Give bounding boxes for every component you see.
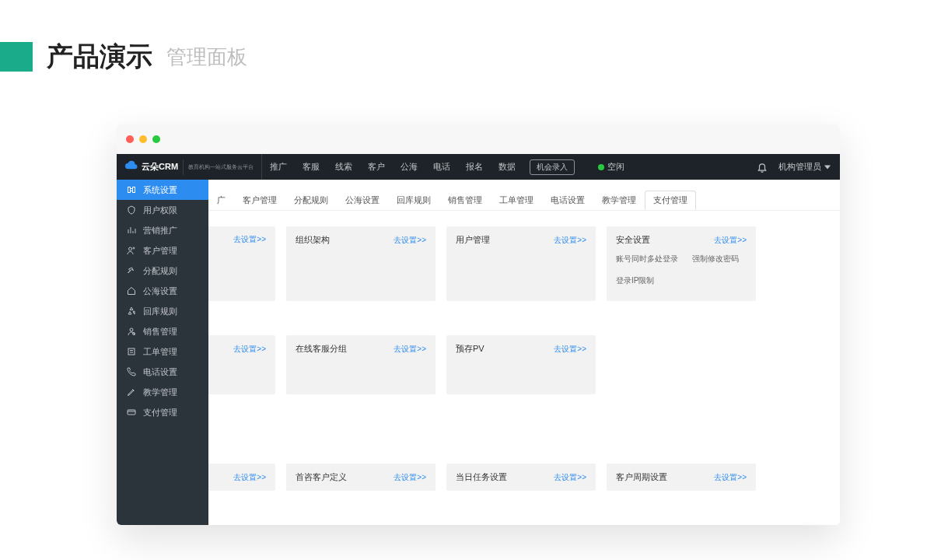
user-menu[interactable]: 机构管理员	[778, 161, 831, 173]
topnav-item[interactable]: 客服	[295, 154, 327, 180]
sidebar-item-payment-management[interactable]: 支付管理	[117, 402, 208, 422]
svg-rect-1	[133, 187, 135, 193]
sidebar-item-system-settings[interactable]: 系统设置	[117, 180, 208, 200]
tab-item[interactable]: 分配规则	[285, 191, 337, 210]
go-settings-link[interactable]: 去设置>>	[233, 344, 266, 355]
topnav-item[interactable]: 公海	[393, 154, 425, 180]
chevron-down-icon	[824, 163, 831, 172]
go-settings-link[interactable]: 去设置>>	[394, 472, 426, 483]
topnav-item[interactable]: 线索	[327, 154, 360, 180]
tab-item[interactable]: 工单管理	[491, 191, 542, 210]
logo[interactable]: 云朵CRM 教育机构一站式服务云平台	[117, 154, 262, 180]
sidebar-item-marketing[interactable]: 营销推广	[117, 220, 208, 240]
notification-icon[interactable]	[757, 162, 768, 173]
go-settings-link[interactable]: 去设置>>	[394, 344, 426, 355]
setting-card-org-structure: 组织架构 去设置>>	[286, 226, 436, 301]
logo-tagline: 教育机构一站式服务云平台	[188, 163, 254, 171]
topnav-item[interactable]: 客户	[360, 154, 393, 180]
setting-card-customer-cycle: 客户周期设置 去设置>>	[607, 464, 756, 491]
go-settings-link[interactable]: 去设置>>	[554, 235, 586, 246]
card-title: 在线客服分组	[296, 343, 347, 355]
card-sub-item[interactable]: 登录IP限制	[616, 275, 654, 286]
setting-card: 去设置>>	[208, 226, 275, 301]
go-settings-link[interactable]: 去设置>>	[233, 472, 266, 483]
sidebar-item-label: 回库规则	[143, 306, 177, 317]
settings-icon	[126, 184, 137, 195]
topnav-item[interactable]: 报名	[458, 154, 491, 180]
chart-icon	[126, 225, 137, 236]
sidebar-item-label: 系统设置	[143, 184, 177, 196]
svg-rect-15	[128, 410, 135, 415]
sidebar-item-customer-management[interactable]: 客户管理	[117, 240, 208, 261]
svg-point-10	[130, 328, 133, 331]
phone-icon	[126, 366, 137, 377]
svg-point-9	[133, 247, 135, 249]
shield-icon	[126, 205, 137, 215]
card-title: 预存PV	[456, 343, 484, 355]
go-settings-link[interactable]: 去设置>>	[714, 235, 747, 246]
recycle-icon	[126, 306, 137, 317]
go-settings-link[interactable]: 去设置>>	[554, 344, 586, 355]
flow-icon	[126, 265, 137, 276]
home-icon	[126, 285, 137, 296]
sidebar-item-label: 用户权限	[143, 205, 177, 216]
logo-brand: 云朵CRM	[142, 162, 178, 171]
svg-point-11	[133, 333, 135, 335]
sidebar-item-phone-settings[interactable]: 电话设置	[117, 362, 208, 382]
topnav-item[interactable]: 数据	[491, 154, 523, 180]
sidebar-item-label: 客户管理	[143, 245, 177, 257]
status-dot-icon	[598, 164, 604, 170]
sidebar-item-label: 销售管理	[143, 326, 177, 338]
tab-item[interactable]: 教学管理	[593, 191, 645, 210]
card-title: 首咨客户定义	[296, 471, 347, 483]
tab-item[interactable]: 销售管理	[439, 191, 491, 210]
sidebar-item-ticket-management[interactable]: 工单管理	[117, 341, 208, 362]
setting-card-online-cs-group: 在线客服分组 去设置>>	[286, 335, 436, 394]
sales-icon	[126, 326, 137, 337]
close-icon[interactable]	[126, 135, 134, 143]
topnav-item[interactable]: 推广	[262, 154, 295, 180]
setting-card-prestored-pv: 预存PV 去设置>>	[446, 335, 596, 394]
user-label-text: 机构管理员	[778, 161, 821, 173]
status-indicator[interactable]: 空闲	[598, 161, 624, 173]
logo-icon	[124, 160, 138, 174]
tab-item[interactable]: 客户管理	[234, 191, 285, 210]
go-settings-link[interactable]: 去设置>>	[714, 472, 747, 483]
tab-item[interactable]: 支付管理	[645, 191, 696, 210]
sidebar-item-teaching-management[interactable]: 教学管理	[117, 382, 208, 402]
go-settings-link[interactable]: 去设置>>	[233, 234, 266, 245]
tab-item[interactable]: 公海设置	[337, 191, 388, 210]
status-text: 空闲	[607, 161, 624, 173]
topnav-item[interactable]: 电话	[425, 154, 458, 180]
setting-card: 置 去设置>>	[208, 335, 275, 394]
section-tabs: 广 客户管理 分配规则 公海设置 回库规则 销售管理 工单管理 电话设置 教学管…	[208, 180, 840, 211]
people-icon	[126, 245, 137, 256]
sidebar-item-label: 分配规则	[143, 265, 177, 277]
opportunity-entry-button[interactable]: 机会录入	[530, 159, 575, 175]
sidebar-item-allocation-rules[interactable]: 分配规则	[117, 261, 208, 281]
tab-item[interactable]: 广	[216, 191, 234, 210]
edit-icon	[126, 387, 137, 397]
minimize-icon[interactable]	[139, 135, 147, 143]
page-header: 产品演示 管理面板	[0, 0, 941, 98]
sidebar-item-public-pool[interactable]: 公海设置	[117, 281, 208, 301]
card-row: 去设置>> 组织架构 去设置>> 用户管理 去设置>>	[216, 226, 832, 301]
header-accent	[0, 42, 33, 72]
go-settings-link[interactable]: 去设置>>	[394, 235, 426, 246]
card-sub-item[interactable]: 强制修改密码	[692, 254, 739, 264]
tab-item[interactable]: 电话设置	[542, 191, 593, 210]
app-window: 云朵CRM 教育机构一站式服务云平台 推广 客服 线索 客户 公海 电话 报名 …	[117, 124, 840, 525]
sidebar-item-label: 公海设置	[143, 285, 177, 297]
maximize-icon[interactable]	[152, 135, 160, 143]
sidebar-item-user-permissions[interactable]: 用户权限	[117, 200, 208, 220]
go-settings-link[interactable]: 去设置>>	[554, 472, 586, 483]
sidebar-item-sales-management[interactable]: 销售管理	[117, 321, 208, 341]
tab-item[interactable]: 回库规则	[388, 191, 439, 210]
sidebar-item-label: 电话设置	[143, 366, 177, 378]
sidebar-item-return-rules[interactable]: 回库规则	[117, 301, 208, 321]
sidebar-item-label: 营销推广	[143, 225, 177, 236]
card-title: 客户周期设置	[616, 471, 667, 483]
sidebar-item-label: 工单管理	[143, 346, 177, 358]
card-sub-item[interactable]: 账号同时多处登录	[616, 254, 678, 264]
setting-card-security: 安全设置 去设置>> 账号同时多处登录 强制修改密码 登录IP限制	[607, 226, 756, 301]
